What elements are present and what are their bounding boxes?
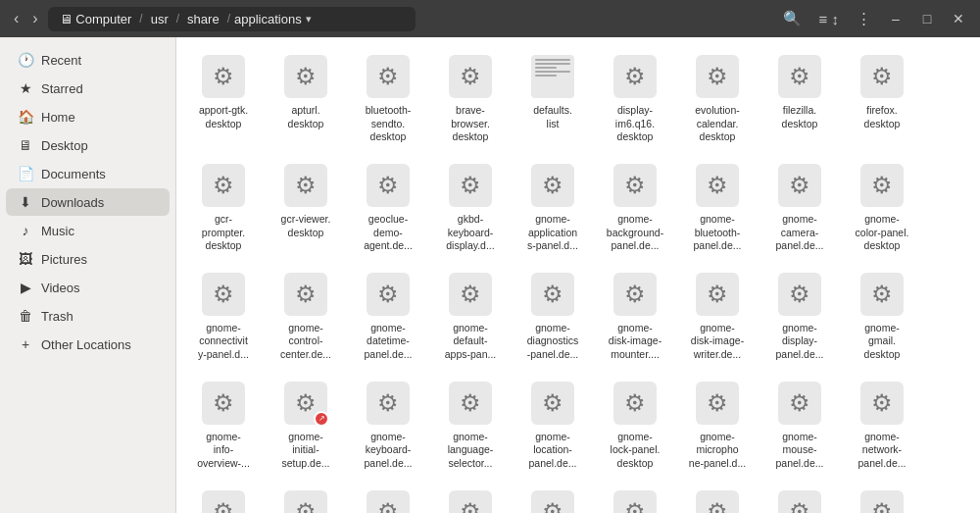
icon-wrapper: ⚙ [694,488,741,513]
gear-icon: ⚙ [213,172,234,199]
file-icon: ⚙ [696,55,739,98]
file-item[interactable]: ⚙ gnome-online-accounts-... [267,481,345,513]
file-icon: ⚙ [367,273,410,316]
file-item[interactable]: ⚙ gcr-viewer.desktop [267,154,345,259]
file-name: gnome-disk-image-writer.de... [691,322,744,362]
file-item[interactable]: ⚙ gnome-search-panel.de... [678,481,757,513]
file-item[interactable]: ⚙ brave-browser.desktop [431,45,510,150]
file-item[interactable]: ⚙ gnome-notifications-panel.d... [184,481,263,513]
maximize-button[interactable]: □ [913,5,941,32]
file-item[interactable]: ⚙ gnome-region-panel.de... [514,481,592,513]
gear-icon: ⚙ [624,63,646,90]
file-item[interactable]: ⚙ gnome-bluetooth-panel.de... [678,154,757,259]
breadcrumb-dropdown[interactable]: ▾ [306,13,312,26]
breadcrumb-usr[interactable]: usr [147,10,172,28]
file-icon: ⚙ [613,164,657,207]
file-item[interactable]: ⚙ gnome-language-selector... [431,372,510,477]
gear-icon: ⚙ [295,63,317,90]
titlebar-actions: 🔍 ≡ ↕ ⋮ – □ ✕ [776,5,972,32]
file-item[interactable]: ⚙ gnome-mouse-panel.de... [760,372,839,477]
file-item[interactable]: ⚙ gnome-control-center.de... [267,263,345,368]
titlebar: ‹ › 🖥 Computer / usr / share / applicati… [0,0,980,37]
icon-wrapper: ⚙ [612,162,659,209]
file-item[interactable]: ⚙ gnome-disk-image-writer.de... [678,263,757,368]
file-item[interactable]: ⚙ gnome-session-properti... [760,481,839,513]
gear-icon: ⚙ [871,281,893,308]
file-item[interactable]: ⚙ gnome-default-apps-pan... [431,263,510,368]
icon-wrapper: ⚙ [858,271,906,318]
file-item[interactable]: ⚙ gnome-camera-panel.de... [760,154,839,259]
gear-icon: ⚙ [789,389,810,417]
sidebar-item-desktop[interactable]: 🖥 Desktop [6,131,170,159]
close-button[interactable]: ✕ [945,5,972,32]
gear-icon: ⚙ [871,389,893,417]
sidebar-item-recent[interactable]: 🕐 Recent [6,46,170,74]
file-name: gnome-gmail.desktop [864,322,901,362]
file-icon: ⚙ [284,164,327,207]
file-item[interactable]: ⚙ gnome-color-panel.desktop [843,154,921,259]
file-item[interactable]: ⚙ gnome-network-panel.de... [843,372,921,477]
file-item[interactable]: ⚙ gnome-removable-media-pa... [596,481,674,513]
file-item[interactable]: ⚙ geoclue-demo-agent.de... [349,154,427,259]
file-item[interactable]: ⚙ display-im6.q16.desktop [596,45,674,150]
file-item[interactable]: ⚙ filezilla.desktop [760,45,839,150]
file-item[interactable]: ⚙ gnome-location-panel.de... [514,372,592,477]
icon-wrapper: ⚙ [612,380,659,427]
forward-button[interactable]: › [26,6,43,31]
file-item[interactable]: ⚙ gnome-diagnostics-panel.de... [514,263,592,368]
file-icon: ⚙ [778,490,821,513]
file-item[interactable]: ⚙ gnome-lock-panel.desktop [596,372,674,477]
file-item[interactable]: ⚙ gnome-display-panel.de... [760,263,839,368]
gear-icon: ⚙ [377,281,399,308]
sidebar-item-videos[interactable]: ▶ Videos [6,274,170,301]
file-item[interactable]: ⚙ gnome-connectivity-panel.d... [184,263,263,368]
file-item[interactable]: ⚙ gnome-printers-panel.de... [431,481,510,513]
file-item[interactable]: ⚙ gnome-info-overview-... [184,372,263,477]
icon-wrapper: ⚙ [529,488,576,513]
file-icon: ⚙ [696,273,739,316]
gear-icon: ⚙ [295,498,317,513]
file-item[interactable]: ⚙ gnome-gmail.desktop [843,263,921,368]
icon-wrapper: ⚙ [612,271,659,318]
file-item[interactable]: ⚙ gnome-sharing-panel.d... [843,481,921,513]
file-item[interactable]: ⚙ apport-gtk.desktop [184,45,263,150]
file-icon: ⚙ [860,55,904,98]
file-item[interactable]: ⚙ gnome-disk-image-mounter.... [596,263,674,368]
file-icon: ⚙ [778,164,821,207]
minimize-button[interactable]: – [882,5,909,32]
sidebar-item-music[interactable]: ♪ Music [6,217,170,244]
file-item[interactable]: ⚙ firefox.desktop [843,45,921,150]
file-item[interactable]: ⚙ gcr-prompter.desktop [184,154,263,259]
sidebar-item-other-locations[interactable]: + Other Locations [6,331,170,358]
file-item[interactable]: ⚙ ↗ gnome-initial-setup.de... [267,372,345,477]
file-item[interactable]: ⚙ gkbd-keyboard-display.d... [431,154,510,259]
sidebar-item-trash[interactable]: 🗑 Trash [6,302,170,330]
back-button[interactable]: ‹ [8,6,24,31]
sidebar-item-downloads[interactable]: ⬇ Downloads [6,188,170,216]
file-icon: ⚙ [696,382,739,425]
sidebar-item-home[interactable]: 🏠 Home [6,103,170,130]
file-item[interactable]: ⚙ gnome-power-panel.de... [349,481,427,513]
file-item[interactable]: ⚙ gnome-microphone-panel.d... [678,372,757,477]
file-item[interactable]: defaults.list [514,45,592,150]
view-sort-button[interactable]: ≡ ↕ [812,7,846,31]
sidebar-item-documents[interactable]: 📄 Documents [6,160,170,187]
sidebar-item-pictures[interactable]: 🖼 Pictures [6,245,170,273]
file-item[interactable]: ⚙ apturl.desktop [267,45,345,150]
file-name: gnome-lock-panel.desktop [611,431,661,471]
file-item[interactable]: ⚙ evolution-calendar.desktop [678,45,757,150]
file-item[interactable]: ⚙ gnome-keyboard-panel.de... [349,372,427,477]
file-icon: ⚙ [860,490,904,513]
menu-button[interactable]: ⋮ [850,6,878,31]
file-item[interactable]: ⚙ bluetooth-sendto.desktop [349,45,427,150]
file-item[interactable]: ⚙ gnome-datetime-panel.de... [349,263,427,368]
file-item[interactable]: ⚙ gnome-background-panel.de... [596,154,674,259]
gear-icon: ⚙ [707,281,728,308]
sidebar-item-starred[interactable]: ★ Starred [6,75,170,102]
search-button[interactable]: 🔍 [776,6,808,31]
breadcrumb-computer[interactable]: 🖥 Computer [56,10,136,28]
gear-icon: ⚙ [460,389,481,417]
file-item[interactable]: ⚙ gnome-applications-panel.d... [514,154,592,259]
breadcrumb-share[interactable]: share [183,10,223,28]
icon-wrapper: ⚙ [447,162,494,209]
